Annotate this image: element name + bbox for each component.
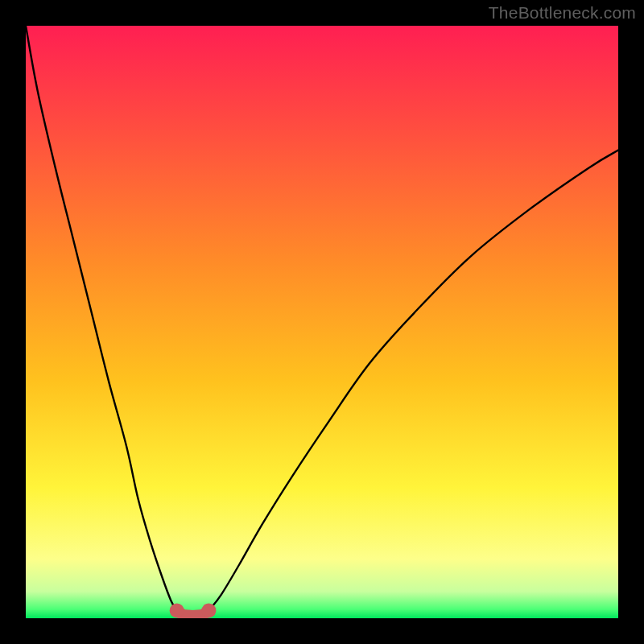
marker-endpoint-dot: [170, 603, 184, 617]
marker-endpoint-dot: [201, 603, 216, 617]
chart-frame: TheBottleneck.com: [0, 0, 644, 644]
chart-svg: [26, 26, 618, 618]
watermark-text: TheBottleneck.com: [489, 3, 636, 23]
plot-area: [26, 26, 618, 618]
gradient-background: [26, 26, 618, 618]
